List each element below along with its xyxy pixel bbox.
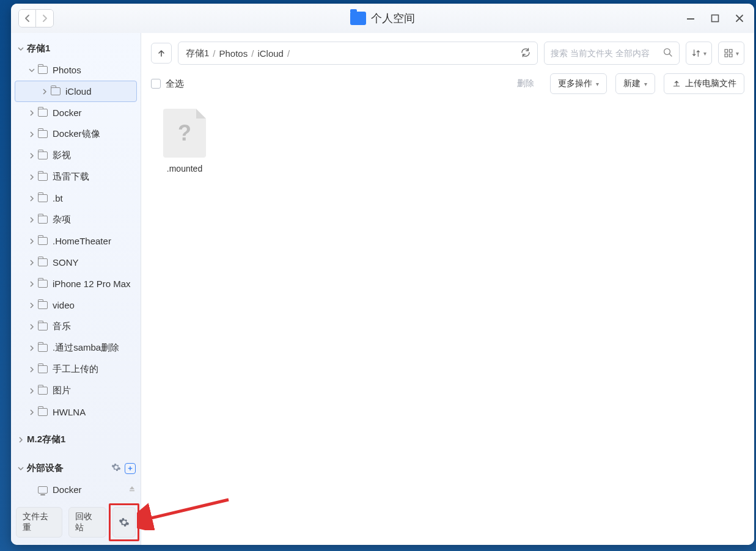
sidebar-m2-storage[interactable]: M.2存储1 (11, 429, 141, 450)
upload-button[interactable]: 上传电脑文件 (664, 73, 744, 94)
add-device-button[interactable]: + (125, 463, 136, 474)
search-input[interactable] (551, 48, 658, 58)
button-label: 新建 (623, 78, 640, 89)
folder-icon (38, 151, 48, 159)
window-controls (683, 11, 747, 26)
gear-icon[interactable] (111, 462, 121, 474)
sidebar-item-label: .HomeTheater (53, 236, 111, 246)
sidebar-item[interactable]: iPhone 12 Pro Max (11, 273, 141, 294)
breadcrumb-segment[interactable]: iCloud (256, 48, 285, 59)
breadcrumb-separator: / (210, 48, 218, 59)
search-box[interactable] (544, 42, 680, 65)
chevron-right-icon (28, 153, 35, 159)
folder-icon (38, 173, 48, 181)
nav-forward-button[interactable] (36, 10, 53, 27)
folder-icon (350, 12, 366, 25)
sidebar-item-label: HWLNA (53, 407, 86, 417)
breadcrumb[interactable]: 存储1/Photos/iCloud/ (178, 42, 538, 65)
minimize-button[interactable] (683, 11, 698, 26)
sidebar-external-devices[interactable]: 外部设备 + (11, 458, 141, 479)
sort-icon (691, 48, 701, 58)
eject-icon[interactable] (128, 485, 136, 494)
breadcrumb-segment[interactable]: 存储1 (185, 48, 210, 59)
sidebar-item[interactable]: 影视 (11, 145, 141, 166)
chevron-down-icon: ▾ (644, 81, 647, 87)
select-all-checkbox[interactable]: 全选 (151, 78, 184, 90)
sidebar-ext-docker[interactable]: · Docker (11, 479, 141, 500)
file-name: .mounted (151, 164, 218, 173)
sidebar-item[interactable]: SONY (11, 252, 141, 273)
sidebar-item-icloud[interactable]: iCloud (15, 81, 137, 102)
trash-button[interactable]: 回收站 (68, 507, 106, 538)
window-title-text: 个人空间 (371, 11, 415, 26)
svg-rect-2 (130, 491, 134, 492)
upload-icon (672, 79, 681, 89)
folder-icon (38, 344, 48, 352)
chevron-right-icon (28, 345, 35, 351)
sidebar-item-label: 迅雷下载 (53, 171, 89, 183)
sidebar-item[interactable]: 音乐 (11, 316, 141, 337)
folder-icon (38, 408, 48, 416)
up-button[interactable] (151, 43, 172, 64)
chevron-right-icon (17, 437, 24, 443)
sort-button[interactable]: ▾ (686, 42, 712, 65)
chevron-right-icon (28, 131, 35, 137)
view-mode-button[interactable]: ▾ (718, 42, 744, 65)
breadcrumb-separator: / (249, 48, 256, 59)
svg-rect-1 (712, 15, 719, 22)
folder-icon (38, 109, 48, 117)
button-label: 更多操作 (558, 78, 592, 89)
sidebar-item[interactable]: video (11, 294, 141, 316)
dedupe-button[interactable]: 文件去重 (16, 507, 62, 538)
chevron-down-icon (28, 67, 35, 73)
sidebar-item[interactable]: Docker镜像 (11, 123, 141, 145)
breadcrumb-segment[interactable]: Photos (218, 48, 249, 59)
sidebar-item-label: 存储1 (27, 43, 50, 54)
sidebar-item[interactable]: 手工上传的 (11, 359, 141, 380)
sidebar-item-label: Docker镜像 (53, 128, 100, 140)
sidebar-item[interactable]: 迅雷下载 (11, 166, 141, 188)
sidebar-item[interactable]: Docker (11, 102, 141, 123)
sidebar-item[interactable]: .bt (11, 188, 141, 209)
sidebar-item[interactable]: 图片 (11, 380, 141, 401)
refresh-button[interactable] (520, 47, 531, 60)
new-button[interactable]: 新建 ▾ (615, 73, 655, 94)
sidebar-item[interactable]: 杂项 (11, 209, 141, 230)
settings-button[interactable] (112, 507, 136, 538)
sidebar-item-label: 音乐 (53, 321, 71, 332)
sidebar-item-label: video (53, 300, 75, 310)
sidebar-storage-root[interactable]: 存储1 (11, 38, 141, 59)
chevron-right-icon (41, 89, 48, 95)
sidebar-item-label: 外部设备 (27, 462, 64, 474)
toolbar: 存储1/Photos/iCloud/ ▾ ▾ (151, 42, 744, 65)
close-button[interactable] (732, 11, 747, 26)
chevron-right-icon (28, 302, 35, 308)
svg-rect-7 (729, 54, 732, 57)
chevron-right-icon (28, 217, 35, 223)
sidebar-item-label: 影视 (53, 150, 71, 161)
sidebar-item-photos[interactable]: Photos (11, 59, 141, 81)
folder-icon (38, 130, 48, 138)
sidebar: 存储1 Photos iCloud DockerDocker镜像 (11, 33, 141, 545)
chevron-right-icon (28, 388, 35, 394)
sidebar-item[interactable]: .通过samba删除 (11, 337, 141, 359)
sidebar-item-label: Docker (53, 108, 82, 118)
sidebar-item-label: iPhone 12 Pro Max (53, 279, 131, 289)
chevron-right-icon (28, 367, 35, 373)
chevron-right-icon (28, 238, 35, 244)
maximize-button[interactable] (708, 11, 722, 26)
chevron-right-icon (28, 324, 35, 330)
sidebar-item[interactable]: .HomeTheater (11, 230, 141, 252)
nav-arrows (18, 9, 54, 27)
button-label: 文件去重 (23, 511, 56, 533)
delete-button[interactable]: 删除 (510, 73, 541, 94)
chevron-down-icon: ▾ (736, 50, 739, 57)
more-actions-button[interactable]: 更多操作 ▾ (550, 73, 607, 94)
select-all-label: 全选 (166, 78, 184, 90)
file-item[interactable]: ? .mounted (151, 109, 218, 173)
folder-icon (38, 280, 48, 288)
sidebar-item-label: 图片 (53, 385, 71, 396)
grid-icon (724, 48, 733, 58)
nav-back-button[interactable] (19, 10, 36, 27)
sidebar-item[interactable]: HWLNA (11, 401, 141, 423)
